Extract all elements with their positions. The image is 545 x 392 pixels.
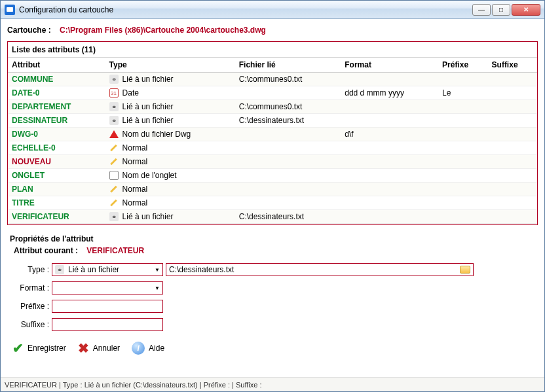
attr-format (341, 114, 438, 128)
content-area: Cartouche : C:\Program Files (x86)\Carto… (1, 19, 544, 377)
attr-type: Lié à un fichier (122, 116, 174, 125)
attr-name: VERIFICATEUR (12, 212, 69, 221)
cartouche-label: Cartouche : (7, 26, 51, 35)
close-button[interactable]: ✕ (512, 4, 540, 16)
attr-file: C:\communes0.txt (235, 100, 341, 114)
attr-format: ddd d mmm yyyy (341, 86, 438, 100)
type-select-value: Lié à un fichier (68, 265, 119, 274)
attr-suffix (488, 141, 537, 155)
minimize-button[interactable]: — (472, 4, 491, 16)
type-select[interactable]: ⚭Lié à un fichier ▼ (52, 263, 163, 276)
prefix-input[interactable] (52, 300, 163, 313)
col-file[interactable]: Fichier lié (235, 58, 341, 73)
attr-type: Normal (122, 185, 148, 194)
attr-type: Date (122, 88, 139, 98)
help-button[interactable]: i Aide (130, 340, 166, 356)
attr-name: TITRE (12, 198, 35, 207)
app-window: Configuration du cartouche — □ ✕ Cartouc… (0, 0, 545, 392)
save-button-label: Enregistrer (28, 344, 66, 353)
attr-suffix (488, 196, 537, 210)
calendar-icon: 31 (109, 88, 119, 98)
table-row[interactable]: DESSINATEUR⚭Lié à un fichierC:\dessinate… (8, 114, 537, 128)
prefix-label: Préfixe : (14, 302, 52, 311)
cancel-button-label: Annuler (93, 344, 120, 353)
attr-type: Lié à un fichier (122, 212, 174, 221)
col-prefix[interactable]: Préfixe (438, 58, 487, 73)
table-row[interactable]: COMMUNE⚭Lié à un fichierC:\communes0.txt (8, 73, 537, 86)
attr-file (235, 169, 341, 183)
action-bar: ✔ Enregistrer ✖ Annuler i Aide (7, 335, 538, 361)
x-icon: ✖ (78, 340, 89, 356)
dwg-icon (109, 130, 119, 138)
attr-suffix (488, 86, 537, 100)
attr-name: COMMUNE (12, 75, 53, 84)
col-type[interactable]: Type (105, 58, 235, 73)
table-row[interactable]: DWG-0Nom du fichier Dwgd\f (8, 128, 537, 141)
tab-icon (109, 171, 119, 180)
current-attribute-label: Attribut courant : (14, 246, 78, 255)
table-row[interactable]: DATE-031Dateddd d mmm yyyyLe (8, 86, 537, 100)
link-icon: ⚭ (109, 102, 119, 111)
attr-name: DESSINATEUR (12, 116, 67, 125)
attr-type: Nom du fichier Dwg (122, 130, 191, 139)
table-row[interactable]: ECHELLE-0Normal (8, 141, 537, 155)
attr-prefix (438, 196, 487, 210)
attr-file: C:\dessinateurs.txt (235, 210, 341, 224)
pencil-icon (109, 143, 119, 152)
type-label: Type : (14, 265, 52, 274)
attr-file (235, 141, 341, 155)
format-label: Format : (14, 283, 52, 293)
table-row[interactable]: TITRENormal (8, 196, 537, 210)
maximize-button[interactable]: □ (492, 4, 510, 16)
table-row[interactable]: NOUVEAUNormal (8, 155, 537, 169)
format-select[interactable]: ▼ (52, 281, 163, 294)
attr-type: Nom de l'onglet (122, 171, 177, 180)
table-row[interactable]: ONGLETNom de l'onglet (8, 169, 537, 183)
chevron-down-icon: ▼ (155, 285, 160, 291)
attr-name: ECHELLE-0 (12, 143, 56, 152)
attr-type: Normal (122, 157, 148, 166)
pencil-icon (109, 198, 119, 207)
cartouche-path-line: Cartouche : C:\Program Files (x86)\Carto… (7, 26, 538, 35)
attr-name: PLAN (12, 185, 33, 194)
save-button[interactable]: ✔ Enregistrer (11, 339, 67, 357)
attr-file (235, 155, 341, 169)
attr-type: Normal (122, 143, 148, 152)
current-attribute-line: Attribut courant : VERIFICATEUR (14, 246, 538, 255)
attributes-panel-title: Liste des attributs (11) (8, 43, 537, 57)
suffix-input[interactable] (52, 318, 163, 331)
suffix-label: Suffixe : (14, 320, 52, 329)
app-icon (5, 5, 15, 15)
col-format[interactable]: Format (341, 58, 438, 73)
attr-format (341, 141, 438, 155)
attr-file (235, 196, 341, 210)
table-row[interactable]: DEPARTEMENT⚭Lié à un fichierC:\communes0… (8, 100, 537, 114)
attributes-panel: Liste des attributs (11) Attribut Type F… (7, 41, 538, 225)
browse-file-button[interactable] (460, 266, 470, 274)
info-icon: i (132, 342, 145, 355)
attr-format (341, 73, 438, 86)
table-row[interactable]: PLANNormal (8, 183, 537, 196)
attr-prefix (438, 128, 487, 141)
linked-file-value: C:\dessinateurs.txt (169, 265, 234, 274)
attr-suffix (488, 128, 537, 141)
attr-type: Lié à un fichier (122, 102, 174, 111)
cancel-button[interactable]: ✖ Annuler (77, 339, 121, 357)
attr-suffix (488, 169, 537, 183)
properties-form: Type : ⚭Lié à un fichier ▼ C:\dessinateu… (14, 262, 538, 335)
table-row[interactable]: VERIFICATEUR⚭Lié à un fichierC:\dessinat… (8, 210, 537, 224)
window-title: Configuration du cartouche (19, 5, 472, 14)
window-controls: — □ ✕ (472, 4, 540, 16)
linked-file-input[interactable]: C:\dessinateurs.txt (166, 263, 474, 276)
attributes-table: Attribut Type Fichier lié Format Préfixe… (8, 57, 537, 224)
attr-type: Normal (122, 198, 148, 207)
col-suffix[interactable]: Suffixe (488, 58, 537, 73)
attr-name: DWG-0 (12, 130, 38, 139)
link-icon: ⚭ (55, 265, 64, 274)
check-icon: ✔ (12, 340, 24, 356)
pencil-icon (109, 157, 119, 166)
attr-prefix (438, 114, 487, 128)
attr-prefix (438, 100, 487, 114)
attr-suffix (488, 100, 537, 114)
col-attribute[interactable]: Attribut (8, 58, 105, 73)
